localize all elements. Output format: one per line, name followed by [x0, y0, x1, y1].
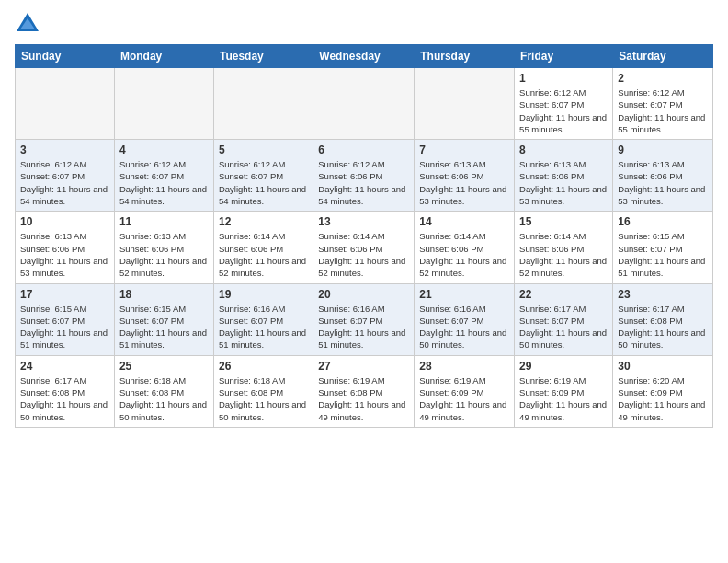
day-number: 11	[119, 215, 209, 228]
calendar-cell	[213, 68, 313, 140]
day-number: 10	[20, 215, 109, 228]
day-number: 7	[419, 144, 509, 156]
calendar-cell: 1Sunrise: 6:12 AMSunset: 6:07 PMDaylight…	[515, 68, 613, 140]
day-number: 14	[419, 215, 509, 228]
calendar-cell: 28Sunrise: 6:19 AMSunset: 6:09 PMDayligh…	[415, 355, 515, 427]
day-number: 27	[318, 360, 409, 373]
day-info: Sunrise: 6:13 AMSunset: 6:06 PMDaylight:…	[20, 230, 109, 279]
header	[15, 11, 713, 37]
calendar-cell: 30Sunrise: 6:20 AMSunset: 6:09 PMDayligh…	[613, 355, 713, 427]
calendar-week-row: 10Sunrise: 6:13 AMSunset: 6:06 PMDayligh…	[16, 212, 713, 283]
weekday-header-wednesday: Wednesday	[313, 45, 415, 68]
calendar-cell: 5Sunrise: 6:12 AMSunset: 6:07 PMDaylight…	[213, 140, 313, 212]
day-number: 28	[419, 360, 509, 373]
day-info: Sunrise: 6:12 AMSunset: 6:07 PMDaylight:…	[20, 158, 109, 207]
calendar-cell: 13Sunrise: 6:14 AMSunset: 6:06 PMDayligh…	[313, 212, 415, 283]
calendar-cell: 18Sunrise: 6:15 AMSunset: 6:07 PMDayligh…	[114, 283, 213, 355]
day-number: 18	[119, 288, 209, 301]
day-number: 17	[20, 288, 109, 301]
logo-icon	[15, 11, 40, 37]
weekday-header-friday: Friday	[515, 45, 613, 68]
calendar-cell: 29Sunrise: 6:19 AMSunset: 6:09 PMDayligh…	[515, 355, 613, 427]
calendar-week-row: 1Sunrise: 6:12 AMSunset: 6:07 PMDaylight…	[16, 68, 713, 140]
calendar-cell: 16Sunrise: 6:15 AMSunset: 6:07 PMDayligh…	[613, 212, 713, 283]
day-number: 20	[318, 288, 409, 301]
calendar-cell	[114, 68, 213, 140]
day-number: 23	[618, 288, 708, 301]
calendar-cell: 11Sunrise: 6:13 AMSunset: 6:06 PMDayligh…	[114, 212, 213, 283]
day-info: Sunrise: 6:16 AMSunset: 6:07 PMDaylight:…	[219, 303, 308, 351]
calendar-cell: 20Sunrise: 6:16 AMSunset: 6:07 PMDayligh…	[313, 283, 415, 355]
calendar-cell: 8Sunrise: 6:13 AMSunset: 6:06 PMDaylight…	[515, 140, 613, 212]
day-info: Sunrise: 6:16 AMSunset: 6:07 PMDaylight:…	[419, 303, 509, 351]
logo	[15, 11, 44, 37]
day-info: Sunrise: 6:17 AMSunset: 6:08 PMDaylight:…	[618, 303, 708, 351]
calendar-cell: 19Sunrise: 6:16 AMSunset: 6:07 PMDayligh…	[213, 283, 313, 355]
calendar-cell: 25Sunrise: 6:18 AMSunset: 6:08 PMDayligh…	[114, 355, 213, 427]
calendar-cell: 17Sunrise: 6:15 AMSunset: 6:07 PMDayligh…	[16, 283, 115, 355]
day-info: Sunrise: 6:12 AMSunset: 6:07 PMDaylight:…	[519, 86, 608, 135]
day-info: Sunrise: 6:18 AMSunset: 6:08 PMDaylight:…	[219, 374, 308, 423]
calendar-cell: 4Sunrise: 6:12 AMSunset: 6:07 PMDaylight…	[114, 140, 213, 212]
day-info: Sunrise: 6:16 AMSunset: 6:07 PMDaylight:…	[318, 303, 409, 351]
calendar-cell: 3Sunrise: 6:12 AMSunset: 6:07 PMDaylight…	[16, 140, 115, 212]
day-info: Sunrise: 6:19 AMSunset: 6:09 PMDaylight:…	[419, 374, 509, 423]
day-info: Sunrise: 6:15 AMSunset: 6:07 PMDaylight:…	[20, 303, 109, 351]
page: SundayMondayTuesdayWednesdayThursdayFrid…	[0, 0, 728, 563]
day-info: Sunrise: 6:12 AMSunset: 6:07 PMDaylight:…	[119, 158, 209, 207]
day-info: Sunrise: 6:20 AMSunset: 6:09 PMDaylight:…	[618, 374, 708, 423]
day-number: 19	[219, 288, 308, 301]
day-number: 4	[119, 144, 209, 156]
day-info: Sunrise: 6:13 AMSunset: 6:06 PMDaylight:…	[119, 230, 209, 279]
calendar-week-row: 24Sunrise: 6:17 AMSunset: 6:08 PMDayligh…	[16, 355, 713, 427]
day-info: Sunrise: 6:13 AMSunset: 6:06 PMDaylight:…	[519, 158, 608, 207]
day-number: 25	[119, 360, 209, 373]
calendar-cell	[16, 68, 115, 140]
calendar-cell: 24Sunrise: 6:17 AMSunset: 6:08 PMDayligh…	[16, 355, 115, 427]
day-number: 2	[618, 72, 708, 85]
day-info: Sunrise: 6:14 AMSunset: 6:06 PMDaylight:…	[419, 230, 509, 279]
day-number: 16	[618, 215, 708, 228]
weekday-header-monday: Monday	[114, 45, 213, 68]
calendar: SundayMondayTuesdayWednesdayThursdayFrid…	[15, 44, 713, 428]
day-number: 12	[219, 215, 308, 228]
day-number: 9	[618, 144, 708, 156]
day-number: 5	[219, 144, 308, 156]
calendar-cell: 21Sunrise: 6:16 AMSunset: 6:07 PMDayligh…	[415, 283, 515, 355]
weekday-header-saturday: Saturday	[613, 45, 713, 68]
day-number: 6	[318, 144, 409, 156]
day-info: Sunrise: 6:15 AMSunset: 6:07 PMDaylight:…	[618, 230, 708, 279]
day-number: 22	[519, 288, 608, 301]
day-info: Sunrise: 6:17 AMSunset: 6:07 PMDaylight:…	[519, 303, 608, 351]
calendar-cell: 15Sunrise: 6:14 AMSunset: 6:06 PMDayligh…	[515, 212, 613, 283]
day-number: 21	[419, 288, 509, 301]
calendar-week-row: 17Sunrise: 6:15 AMSunset: 6:07 PMDayligh…	[16, 283, 713, 355]
calendar-cell: 10Sunrise: 6:13 AMSunset: 6:06 PMDayligh…	[16, 212, 115, 283]
day-info: Sunrise: 6:12 AMSunset: 6:07 PMDaylight:…	[618, 86, 708, 135]
day-number: 29	[519, 360, 608, 373]
day-info: Sunrise: 6:14 AMSunset: 6:06 PMDaylight:…	[318, 230, 409, 279]
calendar-cell: 12Sunrise: 6:14 AMSunset: 6:06 PMDayligh…	[213, 212, 313, 283]
day-number: 26	[219, 360, 308, 373]
calendar-cell: 14Sunrise: 6:14 AMSunset: 6:06 PMDayligh…	[415, 212, 515, 283]
day-info: Sunrise: 6:19 AMSunset: 6:08 PMDaylight:…	[318, 374, 409, 423]
day-number: 30	[618, 360, 708, 373]
calendar-cell: 23Sunrise: 6:17 AMSunset: 6:08 PMDayligh…	[613, 283, 713, 355]
weekday-header-sunday: Sunday	[16, 45, 115, 68]
calendar-cell: 27Sunrise: 6:19 AMSunset: 6:08 PMDayligh…	[313, 355, 415, 427]
weekday-header-tuesday: Tuesday	[213, 45, 313, 68]
day-number: 13	[318, 215, 409, 228]
day-info: Sunrise: 6:14 AMSunset: 6:06 PMDaylight:…	[519, 230, 608, 279]
calendar-cell: 6Sunrise: 6:12 AMSunset: 6:06 PMDaylight…	[313, 140, 415, 212]
day-number: 3	[20, 144, 109, 156]
day-info: Sunrise: 6:12 AMSunset: 6:06 PMDaylight:…	[318, 158, 409, 207]
day-number: 24	[20, 360, 109, 373]
day-number: 1	[519, 72, 608, 85]
day-info: Sunrise: 6:14 AMSunset: 6:06 PMDaylight:…	[219, 230, 308, 279]
calendar-cell: 7Sunrise: 6:13 AMSunset: 6:06 PMDaylight…	[415, 140, 515, 212]
day-number: 15	[519, 215, 608, 228]
day-info: Sunrise: 6:18 AMSunset: 6:08 PMDaylight:…	[119, 374, 209, 423]
calendar-cell: 22Sunrise: 6:17 AMSunset: 6:07 PMDayligh…	[515, 283, 613, 355]
calendar-cell: 26Sunrise: 6:18 AMSunset: 6:08 PMDayligh…	[213, 355, 313, 427]
day-info: Sunrise: 6:15 AMSunset: 6:07 PMDaylight:…	[119, 303, 209, 351]
